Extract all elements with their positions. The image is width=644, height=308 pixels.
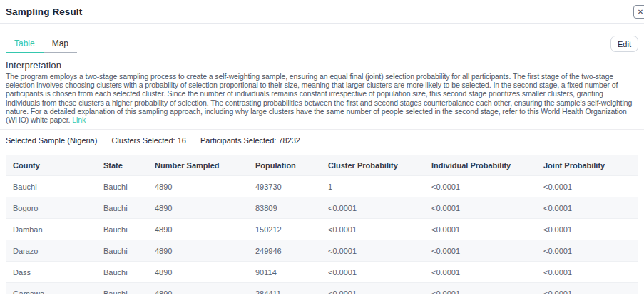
table-cell: <0.0001 bbox=[328, 204, 431, 212]
table-cell: 493730 bbox=[255, 183, 328, 191]
table-column-header: State bbox=[103, 161, 155, 170]
table-cell: Bauchi bbox=[103, 289, 155, 294]
table-cell: Bauchi bbox=[103, 225, 155, 234]
section-divider bbox=[0, 129, 644, 130]
tab-map[interactable]: Map bbox=[44, 36, 77, 53]
table-cell: <0.0001 bbox=[431, 268, 543, 277]
table-cell: Bauchi bbox=[103, 247, 155, 255]
table-header: CountyStateNumber SampledPopulationClust… bbox=[6, 155, 638, 176]
table-cell: <0.0001 bbox=[328, 247, 431, 255]
table-cell: Bauchi bbox=[103, 268, 155, 277]
table-cell: 4890 bbox=[155, 183, 255, 191]
table-row: DambanBauchi4890150212<0.0001<0.0001<0.0… bbox=[6, 219, 638, 240]
table-row: DassBauchi489090114<0.0001<0.0001<0.0001 bbox=[6, 262, 638, 283]
table-cell: Bauchi bbox=[13, 183, 103, 191]
sampling-result-panel: Sampling Result ✕ Table Map Edit Interpr… bbox=[0, 0, 644, 294]
table-column-header: Cluster Probability bbox=[328, 161, 431, 170]
table-row: BauchiBauchi48904937301<0.0001<0.0001 bbox=[6, 176, 638, 197]
results-table: CountyStateNumber SampledPopulationClust… bbox=[6, 155, 638, 294]
table-column-header: Number Sampled bbox=[155, 161, 255, 170]
clusters-selected-label: Clusters Selected: 16 bbox=[111, 136, 186, 145]
table-column-header: Joint Probability bbox=[543, 161, 638, 170]
table-cell: <0.0001 bbox=[543, 268, 638, 277]
tab-bar: Table Map bbox=[6, 36, 77, 53]
table-cell: 4890 bbox=[155, 225, 255, 234]
interpretation-section: Interpretation The program employs a two… bbox=[6, 60, 638, 124]
table-header-row: CountyStateNumber SampledPopulationClust… bbox=[6, 155, 638, 176]
summary-row: Selected Sample (Nigeria) Clusters Selec… bbox=[6, 136, 638, 145]
table-cell: Bauchi bbox=[103, 204, 155, 212]
table-cell: 1 bbox=[328, 183, 431, 191]
table-row: BogoroBauchi489083809<0.0001<0.0001<0.00… bbox=[6, 197, 638, 219]
table-cell: 83809 bbox=[255, 204, 328, 212]
table-cell: 4890 bbox=[155, 247, 255, 255]
table-column-header: County bbox=[13, 161, 103, 170]
table-cell: <0.0001 bbox=[543, 289, 638, 294]
toolbar: Table Map Edit bbox=[6, 36, 638, 53]
table-row: DarazoBauchi4890249946<0.0001<0.0001<0.0… bbox=[6, 240, 638, 262]
table-cell: <0.0001 bbox=[431, 289, 543, 294]
table-cell: <0.0001 bbox=[543, 225, 638, 234]
close-icon: ✕ bbox=[638, 8, 643, 16]
table-cell: Bauchi bbox=[103, 183, 155, 191]
edit-button[interactable]: Edit bbox=[610, 36, 638, 52]
table-cell: <0.0001 bbox=[328, 289, 431, 294]
table-cell: 90114 bbox=[255, 268, 328, 277]
page-title: Sampling Result bbox=[6, 6, 638, 17]
table-column-header: Population bbox=[255, 161, 328, 170]
table-cell: 4890 bbox=[155, 268, 255, 277]
table-cell: <0.0001 bbox=[431, 183, 543, 191]
interpretation-text: The program employs a two-stage sampling… bbox=[6, 72, 632, 124]
table-cell: 150212 bbox=[255, 225, 328, 234]
table-cell: <0.0001 bbox=[431, 204, 543, 212]
tab-table[interactable]: Table bbox=[6, 36, 44, 53]
table-cell: <0.0001 bbox=[543, 183, 638, 191]
table-cell: Damban bbox=[13, 225, 103, 234]
table-row: GamawaBauchi4890284411<0.0001<0.0001<0.0… bbox=[6, 283, 638, 294]
table-cell: <0.0001 bbox=[431, 247, 543, 255]
selected-sample-label: Selected Sample (Nigeria) bbox=[6, 136, 97, 145]
close-button[interactable]: ✕ bbox=[633, 5, 644, 19]
whitepaper-link[interactable]: Link bbox=[72, 115, 86, 124]
title-bar: Sampling Result ✕ bbox=[0, 0, 644, 24]
participants-selected-label: Participants Selected: 78232 bbox=[200, 136, 300, 145]
table-cell: <0.0001 bbox=[431, 225, 543, 234]
table-cell: Gamawa bbox=[13, 289, 103, 294]
interpretation-heading: Interpretation bbox=[6, 60, 638, 71]
table-cell: 4890 bbox=[155, 204, 255, 212]
table-cell: <0.0001 bbox=[543, 204, 638, 212]
table-cell: <0.0001 bbox=[328, 268, 431, 277]
table-cell: Darazo bbox=[13, 247, 103, 255]
table-cell: <0.0001 bbox=[543, 247, 638, 255]
table-cell: <0.0001 bbox=[328, 225, 431, 234]
table-cell: 249946 bbox=[255, 247, 328, 255]
table-cell: Bogoro bbox=[13, 204, 103, 212]
interpretation-body: The program employs a two-stage sampling… bbox=[6, 72, 638, 124]
table-cell: 284411 bbox=[255, 289, 328, 294]
table-cell: 4890 bbox=[155, 289, 255, 294]
table-body: BauchiBauchi48904937301<0.0001<0.0001Bog… bbox=[6, 176, 638, 294]
table-column-header: Individual Probability bbox=[431, 161, 543, 170]
table-cell: Dass bbox=[13, 268, 103, 277]
